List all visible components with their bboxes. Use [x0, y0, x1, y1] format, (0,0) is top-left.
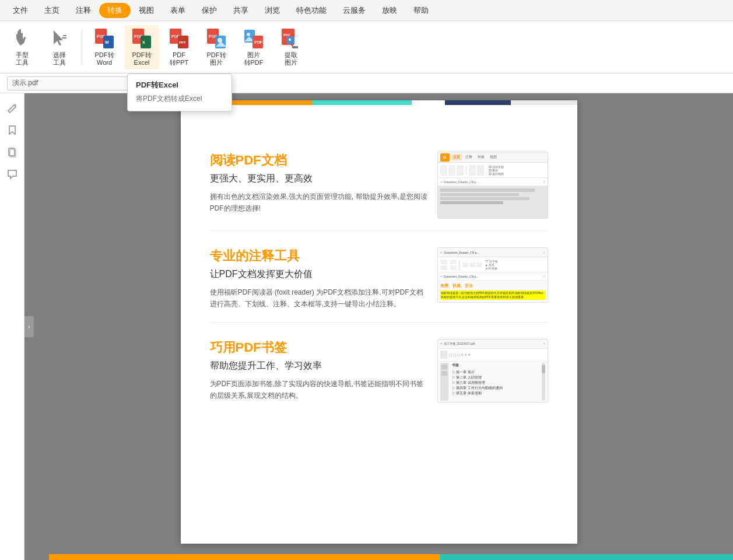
separator-1	[82, 30, 82, 65]
pdf-to-ppt-label: PDF转PPT	[170, 51, 188, 66]
mini-reader-mockup: G 主页 注释 转换 视图	[437, 152, 548, 219]
pdf-section-annotate-text: 使用福昕PDF阅读器 (foxit reader) 为PDF文档添加注释,可对P…	[210, 286, 430, 310]
svg-rect-1	[62, 37, 66, 38]
mini-bookmark-mockup: ✏ 员工手册_20120917.pdf × ☐ ☐ ☐ A A	[437, 339, 548, 402]
svg-rect-0	[63, 35, 66, 36]
pdf-section-read-title: 阅读PDF文档	[210, 152, 430, 169]
bottom-bar-orange	[49, 554, 440, 560]
pdf-page: 阅读PDF文档 更强大、更实用、更高效 拥有出色的文档渲染效果,强大的页面管理功…	[181, 100, 577, 544]
toolbar: 手型工具 选择工具 PDF → W PDF转Word	[0, 21, 733, 74]
color-bar-gray	[511, 100, 577, 105]
sidebar-icon-pages[interactable]	[2, 142, 22, 162]
image-to-pdf-icon: PDF	[243, 27, 264, 51]
pdf-to-image-label: PDF转图片	[207, 51, 226, 66]
color-bar-white	[412, 100, 445, 105]
pdf-to-word-button[interactable]: PDF → W PDF转Word	[87, 25, 122, 69]
pdf-to-ppt-button[interactable]: PDF PPT PDF转PPT	[162, 25, 197, 69]
image-to-pdf-button[interactable]: PDF 图片转PDF	[236, 25, 271, 69]
pdf-to-word-label: PDF转Word	[95, 51, 114, 66]
pdf-section-read: 阅读PDF文档 更强大、更实用、更高效 拥有出色的文档渲染效果,强大的页面管理功…	[210, 135, 548, 231]
menu-home[interactable]: 主页	[36, 3, 68, 18]
image-to-pdf-label: 图片转PDF	[244, 51, 264, 66]
svg-point-21	[247, 33, 250, 36]
menu-present[interactable]: 放映	[374, 3, 405, 18]
mini-annotation-mockup: ✏ Datasheet_Reader_CN.p... ×	[437, 247, 548, 303]
pdf-section-bookmark-subtitle: 帮助您提升工作、学习效率	[210, 360, 430, 372]
color-bar-teal	[313, 100, 412, 105]
menu-view[interactable]: 视图	[131, 3, 162, 18]
tooltip-desc: 将PDF文档转成Excel	[128, 93, 232, 107]
svg-text:PDF: PDF	[254, 40, 263, 44]
svg-point-28	[289, 38, 291, 41]
pdf-section-bookmark: 巧用PDF书签 帮助您提升工作、学习效率 为PDF页面添加书签,除了实现内容的快…	[210, 323, 548, 414]
pdf-to-excel-icon: PDF X	[131, 27, 152, 51]
tooltip-dropdown: PDF转Excel 将PDF文档转成Excel	[127, 74, 232, 111]
menu-file[interactable]: 文件	[5, 3, 36, 18]
color-bar-navy	[445, 100, 511, 105]
menu-bar: 文件 主页 注释 转换 视图 表单 保护 共享 浏览 特色功能 云服务 放映 帮…	[0, 0, 733, 21]
menu-help[interactable]: 帮助	[405, 3, 437, 18]
pdf-to-excel-label: PDF转Excel	[132, 51, 152, 66]
menu-form[interactable]: 表单	[162, 3, 194, 18]
menu-share[interactable]: 共享	[225, 3, 257, 18]
pdf-section-bookmark-title: 巧用PDF书签	[210, 339, 430, 356]
pdf-section-annotate-title: 专业的注释工具	[210, 247, 430, 265]
sidebar-icon-comment[interactable]	[2, 164, 22, 184]
svg-text:PPT: PPT	[179, 41, 186, 44]
pdf-color-bar	[181, 100, 577, 105]
pdf-to-ppt-icon: PDF PPT	[169, 27, 190, 51]
extract-image-button[interactable]: PDF 提取图片	[273, 25, 308, 69]
main-layout: › 阅读PDF文档 更强大、更实用、更高效 拥有出色的文档渲染效果,强大的页面管…	[0, 93, 733, 560]
pdf-to-image-icon: PDF	[206, 27, 227, 51]
collapse-sidebar-button[interactable]: ›	[24, 316, 34, 337]
svg-text:X: X	[142, 40, 145, 44]
svg-rect-30	[292, 46, 298, 48]
hand-tool-label: 手型工具	[16, 51, 29, 66]
select-tool-button[interactable]: 选择工具	[42, 25, 77, 69]
svg-text:W: W	[105, 40, 109, 44]
menu-protect[interactable]: 保护	[194, 3, 225, 18]
sidebar-icon-pencil[interactable]	[2, 98, 22, 118]
bottom-bar-teal	[440, 554, 733, 560]
content-area: › 阅读PDF文档 更强大、更实用、更高效 拥有出色的文档渲染效果,强大的页面管…	[24, 93, 733, 560]
pdf-section-bookmark-text: 为PDF页面添加书签,除了实现内容的快速导航,书签还能指明不同书签的层级关系,展…	[210, 378, 430, 402]
pdf-section-read-subtitle: 更强大、更实用、更高效	[210, 173, 430, 185]
select-icon	[49, 27, 70, 51]
svg-text:PDF: PDF	[283, 33, 290, 37]
menu-browse[interactable]: 浏览	[257, 3, 288, 18]
pdf-to-image-button[interactable]: PDF PDF转图片	[199, 25, 234, 69]
menu-cloud[interactable]: 云服务	[335, 3, 374, 18]
select-tool-label: 选择工具	[53, 51, 66, 66]
pdf-to-excel-button[interactable]: PDF X PDF转Excel	[124, 25, 159, 69]
sidebar-icon-bookmark[interactable]	[2, 120, 22, 140]
tooltip-title: PDF转Excel	[128, 78, 232, 93]
pdf-section-annotate: 专业的注释工具 让PDF文档发挥更大价值 使用福昕PDF阅读器 (foxit r…	[210, 231, 548, 323]
address-bar	[0, 74, 733, 93]
bottom-color-bar	[49, 554, 733, 560]
menu-features[interactable]: 特色功能	[288, 3, 335, 18]
pdf-to-word-icon: PDF → W	[94, 27, 115, 51]
extract-image-icon: PDF	[280, 27, 301, 51]
hand-icon	[12, 27, 33, 51]
menu-convert[interactable]: 转换	[99, 3, 131, 18]
menu-annotate[interactable]: 注释	[68, 3, 99, 18]
left-sidebar	[0, 93, 24, 560]
pdf-section-read-text: 拥有出色的文档渲染效果,强大的页面管理功能, 帮助提升效率,是您阅读PDF的理想…	[210, 191, 430, 215]
extract-image-label: 提取图片	[285, 51, 297, 66]
pdf-section-annotate-subtitle: 让PDF文档发挥更大价值	[210, 268, 430, 281]
hand-tool-button[interactable]: 手型工具	[5, 25, 40, 69]
